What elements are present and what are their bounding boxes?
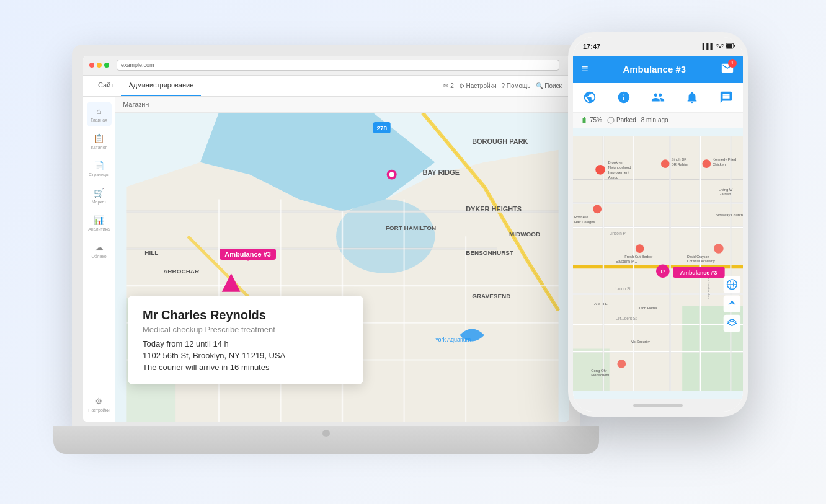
svg-text:Eastern P...: Eastern P... xyxy=(616,259,637,263)
sidebar-analytics-label: Аналитика xyxy=(88,227,110,231)
tab-site[interactable]: Сайт xyxy=(91,75,121,96)
browser-url-bar[interactable]: example.com xyxy=(117,60,559,71)
laptop-notch xyxy=(322,430,330,437)
parked-status: Parked xyxy=(616,117,636,123)
laptop: example.com Сайт Администрирование ✉ 2 ⚙… xyxy=(72,45,580,466)
svg-text:Lef...dent St: Lef...dent St xyxy=(616,316,637,321)
svg-text:Fresh Cut Barber: Fresh Cut Barber xyxy=(624,254,652,258)
svg-text:Bibleway Church: Bibleway Church xyxy=(716,213,743,217)
laptop-base xyxy=(53,426,599,454)
content-breadcrumb: Магазин xyxy=(115,97,569,113)
app-header: Сайт Администрирование ✉ 2 ⚙ Настройки ?… xyxy=(83,76,569,97)
sidebar-catalog-label: Каталог xyxy=(91,145,107,149)
time-ago: 8 min ago xyxy=(641,117,668,123)
mobile-menu-button[interactable]: ≡ xyxy=(582,63,588,76)
time-ago-indicator: 8 min ago xyxy=(641,117,668,123)
browser-dots xyxy=(89,63,109,68)
laptop-screen: example.com Сайт Администрирование ✉ 2 ⚙… xyxy=(83,56,569,422)
mobile-time: 17:47 xyxy=(583,43,600,50)
svg-text:MIDWOOD: MIDWOOD xyxy=(509,231,540,237)
catalog-icon: 📋 xyxy=(94,133,105,144)
svg-text:Brooklyn: Brooklyn xyxy=(608,161,623,164)
mobile-status-icons: ▌▌▌ xyxy=(703,43,735,50)
svg-text:Rochelle: Rochelle xyxy=(574,215,588,219)
tab-admin-label: Администрирование xyxy=(128,81,193,89)
header-settings-icon[interactable]: ⚙ Настройки xyxy=(459,82,497,89)
svg-text:Chicken: Chicken xyxy=(713,162,726,166)
sidebar-settings-label: Настройки xyxy=(88,408,109,412)
signal-icon: ▌▌▌ xyxy=(703,43,714,50)
svg-point-65 xyxy=(595,164,605,174)
mobile-map: Eastern P... Union St Lef...dent St Broo… xyxy=(573,128,743,399)
sidebar-item-catalog[interactable]: 📋 Каталог xyxy=(87,129,112,154)
svg-text:DYKER HEIGHTS: DYKER HEIGHTS xyxy=(466,205,522,213)
home-icon: ⌂ xyxy=(94,105,105,117)
tab-info[interactable] xyxy=(614,87,634,107)
mobile-notch-area: 17:47 ▌▌▌ xyxy=(573,37,743,56)
svg-text:David Grayson: David Grayson xyxy=(687,254,709,258)
minimize-dot[interactable] xyxy=(97,63,102,68)
svg-point-78 xyxy=(593,205,602,213)
sidebar-item-cloud[interactable]: ☁ Облако xyxy=(87,238,112,263)
svg-text:Mc Security: Mc Security xyxy=(631,339,650,343)
sidebar-item-settings[interactable]: ⚙ Настройки xyxy=(87,392,112,417)
tab-globe[interactable] xyxy=(580,87,600,107)
tab-bell[interactable] xyxy=(682,87,702,107)
app-main: ⌂ Главная 📋 Каталог 📄 Страницы 🛒 xyxy=(83,97,569,422)
svg-text:Singh DR: Singh DR xyxy=(672,157,687,161)
svg-text:Dutch Home: Dutch Home xyxy=(637,306,657,309)
header-search-icon[interactable]: 🔍 Поиск xyxy=(536,82,562,89)
header-count-icon[interactable]: ✉ 2 xyxy=(443,82,453,89)
svg-text:Menachem: Menachem xyxy=(591,373,609,377)
svg-point-70 xyxy=(661,159,670,168)
svg-text:GRAVESEND: GRAVESEND xyxy=(472,292,510,299)
svg-rect-33 xyxy=(734,45,735,47)
svg-text:BENSONHURST: BENSONHURST xyxy=(466,249,513,256)
svg-text:Ambulance #3: Ambulance #3 xyxy=(680,270,717,276)
popup-time: Today from 12 until 14 h xyxy=(143,339,349,348)
parked-indicator: Parked xyxy=(607,117,636,124)
scene: example.com Сайт Администрирование ✉ 2 ⚙… xyxy=(72,20,754,485)
mobile-map-svg: Eastern P... Union St Lef...dent St Broo… xyxy=(573,128,743,399)
home-bar xyxy=(633,404,683,407)
sidebar-pages-label: Страницы xyxy=(89,172,109,177)
tab-site-label: Сайт xyxy=(98,81,113,89)
svg-text:DR Rahim: DR Rahim xyxy=(672,162,688,166)
battery-indicator: 75% xyxy=(580,117,602,124)
svg-text:278: 278 xyxy=(376,124,387,131)
mobile-status-bar: 75% Parked 8 min ago xyxy=(573,113,743,128)
header-help-icon[interactable]: ? Помощь xyxy=(502,82,531,89)
sidebar-cloud-label: Облако xyxy=(91,254,106,259)
sidebar-item-pages[interactable]: 📄 Страницы xyxy=(87,156,112,181)
svg-text:Christian Academy: Christian Academy xyxy=(687,259,715,262)
tab-people[interactable] xyxy=(648,87,668,107)
mobile-tabs xyxy=(573,83,743,113)
mobile-notification-button[interactable]: 1 xyxy=(721,61,734,77)
sidebar-item-home[interactable]: ⌂ Главная xyxy=(87,102,112,126)
svg-text:ARROCHAR: ARROCHAR xyxy=(163,267,199,274)
close-dot[interactable] xyxy=(89,63,94,68)
popup-address: 1102 56th St, Brooklyn, NY 11219, USA xyxy=(143,351,349,360)
svg-text:BAY RIDGE: BAY RIDGE xyxy=(422,168,460,175)
analytics-icon: 📊 xyxy=(94,214,105,226)
battery-level: 75% xyxy=(590,117,602,123)
svg-point-90 xyxy=(714,244,724,254)
tab-chat[interactable] xyxy=(716,87,736,107)
map-popup: Mr Charles Reynolds Medical checkup Pres… xyxy=(128,296,363,384)
svg-text:Neighborhood: Neighborhood xyxy=(608,165,631,169)
svg-point-35 xyxy=(608,117,614,123)
svg-text:Cong Ohr: Cong Ohr xyxy=(591,368,606,372)
map-container: BOROUGH PARK BAY RIDGE DYKER HEIGHTS BEN… xyxy=(115,113,569,422)
tab-admin[interactable]: Администрирование xyxy=(121,75,201,96)
ambulance-label: Ambulance #3 xyxy=(224,250,271,258)
sidebar-item-market[interactable]: 🛒 Маркет xyxy=(87,183,112,208)
content-area: Магазин xyxy=(115,97,569,422)
svg-text:Kennedy Fried: Kennedy Fried xyxy=(713,157,736,161)
expand-dot[interactable] xyxy=(104,63,109,68)
battery-status-icon xyxy=(726,43,735,50)
svg-text:Union St: Union St xyxy=(616,286,631,290)
svg-text:York Aquarium: York Aquarium xyxy=(435,336,471,342)
svg-text:Garden: Garden xyxy=(719,192,731,195)
sidebar-item-analytics[interactable]: 📊 Аналитика xyxy=(87,211,112,236)
svg-text:A M H E: A M H E xyxy=(594,302,608,306)
